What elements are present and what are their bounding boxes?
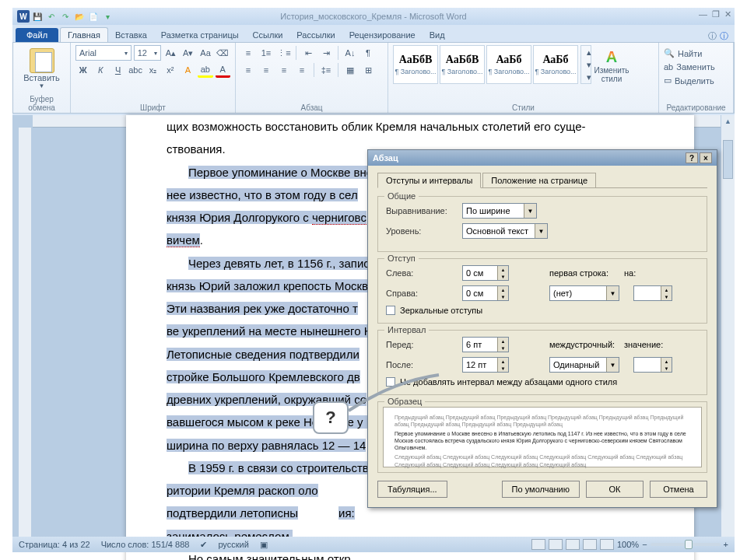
dialog-tab-indents[interactable]: Отступы и интервалы <box>377 173 481 188</box>
indent-inc-icon[interactable]: ⇥ <box>318 45 334 61</box>
right-indent-spinner[interactable]: 0 см▲▼ <box>462 285 509 301</box>
superscript-icon[interactable]: x² <box>163 62 177 78</box>
qat-redo-icon[interactable]: ↷ <box>59 10 72 23</box>
select-button[interactable]: ▭Выделить <box>664 75 728 86</box>
status-language[interactable]: русский <box>218 540 248 549</box>
change-styles-button[interactable]: AИзменить стили <box>594 45 630 84</box>
left-indent-spinner[interactable]: 0 см▲▼ <box>462 265 509 281</box>
align-right-icon[interactable]: ≡ <box>276 62 292 78</box>
text-effects-icon[interactable]: A <box>181 62 195 78</box>
before-spacing-spinner[interactable]: 6 пт▲▼ <box>462 337 509 352</box>
underline-icon[interactable]: Ч <box>110 62 125 78</box>
font-name-combo[interactable]: Arial▾ <box>75 45 132 61</box>
tab-view[interactable]: Вид <box>423 28 452 42</box>
align-center-icon[interactable]: ≡ <box>258 62 274 78</box>
clear-format-icon[interactable]: ⌫ <box>216 45 230 61</box>
qat-more-icon[interactable]: ▾ <box>101 10 114 23</box>
restore-button[interactable]: ❐ <box>712 9 720 19</box>
tab-file[interactable]: Файл <box>16 28 58 42</box>
shading-icon[interactable]: ▦ <box>342 62 358 78</box>
find-button[interactable]: 🔍Найти <box>664 48 728 58</box>
style-item[interactable]: АаБбВ¶ Заголово... <box>393 45 438 84</box>
align-left-icon[interactable]: ≡ <box>240 62 256 78</box>
tab-review[interactable]: Рецензирование <box>342 28 423 42</box>
view-outline-icon[interactable] <box>583 539 597 550</box>
status-wordcount[interactable]: Число слов: 151/4 888 <box>101 540 190 549</box>
line-spacing-icon[interactable]: ‡≡ <box>318 62 334 78</box>
show-marks-icon[interactable]: ¶ <box>360 45 376 61</box>
styles-gallery[interactable]: АаБбВ¶ Заголово... АаБбВ¶ Заголово... Аа… <box>393 45 578 84</box>
minimize-button[interactable]: ― <box>699 9 707 19</box>
shrink-font-icon[interactable]: A▾ <box>181 45 195 61</box>
tab-mailings[interactable]: Рассылки <box>289 28 342 42</box>
default-button[interactable]: По умолчанию <box>502 481 580 498</box>
strike-icon[interactable]: abc <box>128 62 142 78</box>
multilevel-icon[interactable]: ⋮≡ <box>276 45 292 61</box>
zoom-in-icon[interactable]: + <box>724 540 728 549</box>
style-item[interactable]: АаБб¶ Заголово... <box>486 45 531 84</box>
highlight-icon[interactable]: ab <box>198 62 212 78</box>
style-item[interactable]: АаБбВ¶ Заголово... <box>440 45 485 84</box>
ribbon-minimize-icon[interactable]: ⓘ <box>708 30 717 42</box>
tab-references[interactable]: Ссылки <box>246 28 290 42</box>
qat-save-icon[interactable]: 💾 <box>31 10 44 23</box>
italic-icon[interactable]: К <box>93 62 107 78</box>
view-print-icon[interactable] <box>531 539 545 550</box>
status-proofing-icon[interactable]: ✔ <box>200 540 207 550</box>
bold-icon[interactable]: Ж <box>75 62 90 78</box>
tab-home[interactable]: Главная <box>60 27 108 42</box>
tab-insert[interactable]: Вставка <box>108 28 154 42</box>
zoom-slider[interactable] <box>651 543 721 546</box>
numbering-icon[interactable]: 1≡ <box>258 45 274 61</box>
font-size-combo[interactable]: 12▾ <box>134 45 161 61</box>
close-button[interactable]: ✕ <box>724 9 731 19</box>
dialog-title-text: Абзац <box>373 153 398 163</box>
paste-button[interactable]: Вставить ▼ <box>18 45 65 93</box>
dialog-close-button[interactable]: × <box>700 152 712 163</box>
align-justify-icon[interactable]: ≡ <box>294 62 310 78</box>
zoom-out-icon[interactable]: − <box>642 540 647 549</box>
tabs-button[interactable]: Табуляция... <box>377 481 447 498</box>
borders-icon[interactable]: ⊞ <box>360 62 376 78</box>
qat-new-icon[interactable]: 📄 <box>87 10 100 23</box>
alignment-combo[interactable]: По ширине▼ <box>462 203 537 219</box>
cancel-button[interactable]: Отмена <box>650 481 707 498</box>
replace-button[interactable]: abЗаменить <box>664 62 728 72</box>
style-item[interactable]: АаБб¶ Заголово... <box>533 45 578 84</box>
grow-font-icon[interactable]: A▴ <box>163 45 178 61</box>
indent-dec-icon[interactable]: ⇤ <box>300 45 316 61</box>
scroll-thumb[interactable] <box>723 140 733 179</box>
qat-open-icon[interactable]: 📂 <box>73 10 86 23</box>
qat-undo-icon[interactable]: ↶ <box>45 10 58 23</box>
vertical-ruler[interactable] <box>19 128 31 537</box>
text-selected: нее известно, что в этом году в сел <box>167 188 358 201</box>
tab-layout[interactable]: Разметка страницы <box>154 28 246 42</box>
help-icon[interactable]: ⓘ <box>720 30 728 42</box>
view-draft-icon[interactable] <box>600 539 614 550</box>
level-combo[interactable]: Основной текст▼ <box>462 223 548 239</box>
status-macro-icon[interactable]: ▣ <box>260 540 268 550</box>
bullets-icon[interactable]: ≡ <box>240 45 256 61</box>
dialog-tab-position[interactable]: Положение на странице <box>482 173 596 188</box>
view-web-icon[interactable] <box>566 539 580 550</box>
dialog-help-button[interactable]: ? <box>686 152 698 163</box>
scroll-up-icon[interactable]: ▲ <box>721 115 735 128</box>
after-spacing-spinner[interactable]: 12 пт▲▼ <box>462 357 509 373</box>
dialog-titlebar[interactable]: Абзац ?× <box>368 150 717 166</box>
ok-button[interactable]: ОК <box>586 481 644 498</box>
mirror-indents-checkbox[interactable]: Зеркальные отступы <box>386 306 699 315</box>
sort-icon[interactable]: A↓ <box>342 45 358 61</box>
vertical-scrollbar[interactable]: ▲ <box>721 115 735 537</box>
font-color-icon[interactable]: A <box>216 62 230 78</box>
noadd-checkbox[interactable]: Не добавлять интервал между абзацами одн… <box>386 377 699 387</box>
view-read-icon[interactable] <box>549 539 563 550</box>
change-case-icon[interactable]: Aa <box>198 45 212 61</box>
status-page[interactable]: Страница: 4 из 22 <box>19 540 90 549</box>
zoom-level[interactable]: 100% <box>617 540 639 549</box>
firstline-value-spinner[interactable]: ▲▼ <box>633 285 672 301</box>
linespacing-value-spinner[interactable]: ▲▼ <box>633 357 672 373</box>
firstline-combo[interactable]: (нет)▼ <box>549 285 619 301</box>
subscript-icon[interactable]: x₂ <box>146 62 160 78</box>
label-value: значение: <box>624 340 663 349</box>
linespacing-combo[interactable]: Одинарный▼ <box>549 357 619 373</box>
